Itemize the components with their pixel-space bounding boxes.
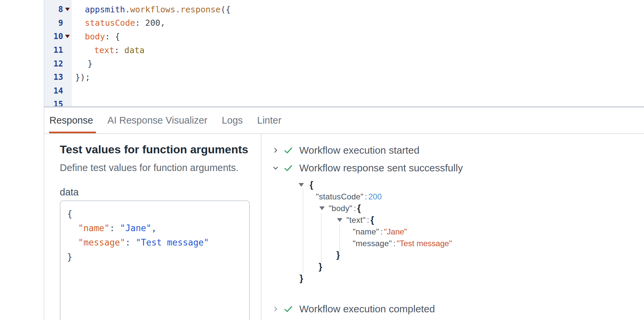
data-field-input[interactable]: {"name": "Jane","message": "Test message…	[60, 200, 250, 320]
line-number: 10	[44, 32, 63, 41]
line-number: 14	[44, 86, 63, 96]
tree-brace: {	[370, 215, 374, 225]
bottom-pane-content: Test values for function arguments Defin…	[44, 134, 644, 320]
json-input-line: {	[67, 207, 249, 221]
line-number: 13	[44, 72, 63, 82]
tree-row: }	[300, 273, 644, 284]
success-check-icon	[283, 302, 293, 316]
test-values-title: Test values for function arguments	[60, 143, 261, 156]
bottom-pane-tabbar: ResponseAI Response VisualizerLogsLinter	[44, 108, 644, 134]
tree-brace: {	[357, 203, 361, 213]
tree-colon: :	[352, 204, 357, 213]
log-row-label: Workflow execution started	[299, 145, 420, 156]
tree-colon: :	[392, 239, 397, 248]
tab-label: AI Response Visualizer	[108, 115, 207, 126]
gutter: 12	[44, 59, 72, 68]
tab-linter[interactable]: Linter	[257, 108, 282, 133]
tree-row: "text":{	[337, 214, 644, 226]
line-number: 12	[44, 59, 63, 68]
line-number: 9	[44, 18, 63, 28]
log-row-label: Workflow execution completed	[299, 303, 435, 315]
code-line[interactable]: 10body: {	[44, 30, 644, 43]
tree-key: "body"	[329, 204, 352, 213]
fold-arrow-icon[interactable]	[63, 8, 72, 11]
tab-label: Linter	[257, 115, 282, 126]
code-text: }	[72, 59, 93, 68]
data-field-label: data	[60, 188, 261, 196]
collapse-triangle-icon[interactable]	[337, 218, 342, 222]
tree-row: "statusCode":200	[316, 191, 644, 202]
tree-key: "message"	[353, 239, 392, 248]
tree-guide-line	[303, 188, 303, 273]
tree-brace: {	[310, 180, 313, 190]
tree-value: "Jane"	[384, 227, 407, 236]
log-row-label: Workflow response sent successfully	[299, 162, 463, 174]
chevron-right-icon[interactable]	[272, 144, 279, 157]
tree-key: "name"	[353, 227, 379, 236]
tree-brace: }	[319, 262, 322, 272]
response-json-tree: {"statusCode":200"body":{"text":{"name":…	[272, 179, 644, 284]
line-number: 8	[44, 5, 63, 14]
test-values-panel: Test values for function arguments Defin…	[44, 134, 261, 320]
log-row[interactable]: Workflow execution completed	[272, 302, 644, 316]
gutter: 14	[44, 86, 72, 96]
gutter: 13	[44, 72, 72, 82]
code-line[interactable]: 8appsmith.workflows.response({	[44, 3, 644, 16]
tree-value: "Test message"	[397, 239, 452, 248]
tree-colon: :	[366, 215, 371, 225]
code-line[interactable]: 15	[44, 98, 644, 106]
code-text: appsmith.workflows.response({	[72, 5, 231, 14]
tree-row: "name":"Jane"	[353, 226, 644, 237]
gutter: 10	[44, 32, 72, 41]
tree-key: "statusCode"	[316, 192, 363, 201]
success-check-icon	[283, 161, 293, 175]
fold-arrow-icon[interactable]	[63, 35, 72, 38]
tree-guide-line	[339, 225, 340, 262]
code-text: text: data	[72, 45, 145, 55]
gutter: 15	[44, 100, 72, 106]
code-line[interactable]: 9statusCode: 200,	[44, 16, 644, 30]
tree-colon: :	[379, 227, 384, 236]
code-editor[interactable]: 8appsmith.workflows.response({9statusCod…	[44, 0, 644, 106]
chevron-down-icon[interactable]	[272, 161, 279, 175]
gutter: 9	[44, 18, 72, 28]
tree-row: "message":"Test message"	[353, 237, 644, 249]
code-line[interactable]: 13});	[44, 70, 644, 84]
collapse-triangle-icon[interactable]	[319, 206, 325, 210]
tab-label: Logs	[222, 115, 243, 126]
tree-row: {	[299, 179, 644, 191]
gutter: 8	[44, 5, 72, 14]
json-input-line: }	[67, 250, 249, 264]
json-input-line: "message": "Test message"	[67, 235, 249, 250]
line-number: 11	[44, 45, 63, 55]
collapse-triangle-icon[interactable]	[299, 183, 304, 187]
tree-row: "body":{	[319, 202, 644, 214]
tree-brace: }	[300, 273, 303, 284]
tab-logs[interactable]: Logs	[222, 108, 243, 133]
code-text: });	[72, 72, 90, 82]
tab-response[interactable]: Response	[49, 108, 93, 133]
line-number: 15	[44, 100, 63, 106]
tab-ai-response-visualizer[interactable]: AI Response Visualizer	[108, 108, 207, 133]
tree-row: }	[319, 261, 644, 273]
execution-log-panel: Workflow execution startedWorkflow respo…	[262, 134, 644, 320]
code-text: statusCode: 200,	[72, 18, 165, 28]
code-text: body: {	[72, 32, 120, 41]
test-values-subtitle: Define test values for function argument…	[60, 162, 261, 174]
gutter: 11	[44, 45, 72, 55]
workflow-editor-window: 8appsmith.workflows.response({9statusCod…	[0, 0, 644, 320]
code-line[interactable]: 14	[44, 84, 644, 98]
json-input-line: "name": "Jane",	[67, 221, 249, 235]
tree-row: }	[336, 249, 644, 261]
log-row[interactable]: Workflow execution started	[272, 144, 644, 157]
tab-label: Response	[49, 115, 93, 126]
tree-key: "text"	[346, 215, 366, 225]
log-row[interactable]: Workflow response sent successfully	[272, 161, 644, 175]
chevron-right-icon[interactable]	[272, 302, 279, 316]
tree-colon: :	[363, 192, 368, 201]
success-check-icon	[283, 144, 293, 157]
code-line[interactable]: 11text: data	[44, 43, 644, 57]
tree-value: 200	[368, 192, 382, 201]
code-line[interactable]: 12}	[44, 57, 644, 70]
tree-guide-line	[321, 213, 322, 262]
